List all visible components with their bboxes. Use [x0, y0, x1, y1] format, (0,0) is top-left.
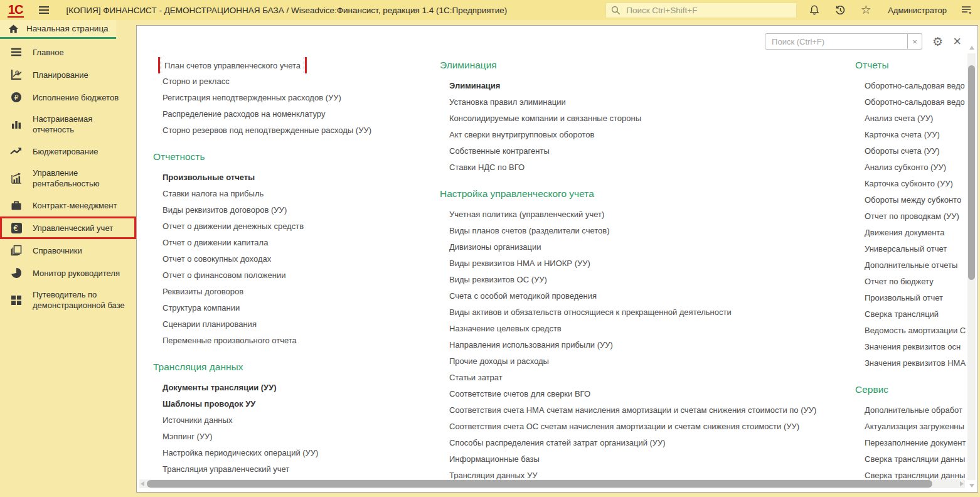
command-link[interactable]: Соответствие счетов для сверки ВГО [440, 386, 848, 402]
vertical-scroll-thumb[interactable] [968, 65, 975, 280]
current-user-label[interactable]: Администратор [888, 6, 947, 15]
command-link[interactable]: Переменные произвольного отчета [153, 333, 435, 349]
command-link[interactable]: Сторно и рекласс [153, 73, 435, 90]
command-link[interactable]: Карточка субконто (УУ) [855, 176, 969, 192]
scroll-down-arrow[interactable] [969, 484, 974, 488]
command-link[interactable]: Значения реквизитов НМА [855, 355, 969, 371]
command-link[interactable]: Акт сверки внутригрупповых оборотов [440, 127, 848, 143]
command-link[interactable]: Соответствия счета ОС счетам начисления … [440, 419, 848, 435]
command-link[interactable]: Сторно резервов под неподтвержденные рас… [153, 122, 435, 139]
command-link[interactable]: Дополнительные отчеты [855, 257, 969, 274]
sidebar-item[interactable]: Путеводитель по демонстрационной базе [0, 284, 136, 316]
command-link[interactable]: Соответствия счета НМА счетам начисления… [440, 402, 848, 419]
command-link[interactable]: Реквизиты договоров [153, 284, 435, 300]
command-link[interactable]: Мэппинг (УУ) [153, 429, 435, 445]
command-link[interactable]: Движения документа [855, 225, 969, 241]
command-link[interactable]: Анализ субконто (УУ) [855, 159, 969, 176]
command-link[interactable]: Сверка трансляции данны [855, 451, 969, 468]
sidebar-item[interactable]: Главное [0, 41, 136, 63]
command-link[interactable]: Виды активов и обязательств относящиеся … [440, 304, 848, 321]
command-link[interactable]: Виды реквизитов ОС (УУ) [440, 272, 848, 288]
command-link[interactable]: Дополнительные обработ [855, 402, 969, 419]
command-link[interactable]: Оборотно-сальдовая ведо [855, 94, 969, 110]
scroll-right-arrow[interactable] [960, 481, 964, 486]
close-icon[interactable]: × [953, 35, 961, 48]
scroll-left-arrow[interactable] [141, 481, 144, 486]
command-link[interactable]: Структура компании [153, 300, 435, 316]
sidebar-item[interactable]: ₽Исполнение бюджетов [0, 86, 136, 109]
panel-search-input[interactable] [770, 36, 902, 47]
sidebar-item[interactable]: Настраиваемая отчетность [0, 109, 136, 140]
command-link[interactable]: Шаблоны проводок УУ [153, 396, 435, 412]
tab-home-page[interactable]: Начальная страница [0, 20, 116, 39]
command-link[interactable]: Регистрация неподтвержденных расходов (У… [153, 90, 435, 106]
command-link[interactable]: Учетная политика (управленческий учет) [440, 206, 848, 223]
command-link[interactable]: Отчет о движении денежных средств [153, 218, 435, 235]
command-link[interactable]: Отчет по бюджету [855, 274, 969, 290]
search-clear-button[interactable]: × [908, 33, 922, 50]
command-link[interactable]: Установка правил элиминации [440, 94, 848, 110]
command-link[interactable]: Виды реквизитов договоров (УУ) [153, 202, 435, 218]
command-link[interactable]: Оборотно-сальдовая ведо [855, 78, 969, 94]
sidebar-item[interactable]: Монитор руководителя [0, 262, 136, 284]
command-link[interactable]: Виды реквизитов НМА и НИОКР (УУ) [440, 255, 848, 272]
command-link[interactable]: Произвольный отчет [855, 290, 969, 306]
command-link[interactable]: Актуализация загруженны [855, 419, 969, 435]
user-menu-button[interactable] [960, 4, 972, 16]
command-link[interactable]: Обороты между субконто [855, 192, 969, 208]
command-link[interactable]: Элиминация [440, 78, 848, 94]
command-link[interactable]: Отчет о финансовом положении [153, 267, 435, 284]
command-link[interactable]: Значения реквизитов осн [855, 339, 969, 355]
horizontal-scrollbar[interactable] [139, 479, 965, 488]
command-link[interactable]: Виды планов счетов (разделители счетов) [440, 223, 848, 239]
focused-command-link[interactable]: План счетов управленческого учета [161, 57, 304, 73]
command-link[interactable]: Отчет о совокупных доходах [153, 251, 435, 267]
command-link[interactable]: Сценарии планирования [153, 316, 435, 333]
command-link[interactable]: Перезаполнение документ [855, 435, 969, 451]
command-link[interactable]: Собственные контрагенты [440, 143, 848, 159]
command-link[interactable]: Сверка трансляций [855, 306, 969, 323]
global-search-input[interactable] [625, 5, 791, 16]
horizontal-scroll-thumb[interactable] [147, 480, 932, 488]
command-link[interactable]: План счетов управленческого учета [153, 57, 435, 73]
vertical-scrollbar[interactable] [967, 53, 976, 480]
command-link[interactable]: Универсальный отчет [855, 241, 969, 257]
command-link[interactable]: Трансляция управленческий учет [153, 461, 435, 478]
favorites-button[interactable]: ☆ [860, 4, 872, 16]
command-link[interactable]: Документы трансляции (УУ) [153, 380, 435, 396]
command-link[interactable]: Обороты счета (УУ) [855, 143, 969, 159]
command-link[interactable]: Способы распределения статей затрат орга… [440, 435, 848, 451]
command-link[interactable]: Назначение целевых средств [440, 321, 848, 337]
command-link[interactable]: Анализ счета (УУ) [855, 110, 969, 127]
scroll-up-arrow[interactable] [969, 46, 974, 50]
sidebar-item[interactable]: Справочники [0, 239, 136, 262]
global-search-box[interactable] [605, 3, 797, 18]
command-link[interactable]: Статьи затрат [440, 370, 848, 386]
main-menu-button[interactable] [38, 4, 50, 16]
command-link[interactable]: Источники данных [153, 412, 435, 429]
sidebar-item[interactable]: Управление рентабельностью [0, 163, 136, 194]
command-link[interactable]: Отчет о движении капитала [153, 235, 435, 251]
command-link[interactable]: Карточка счета (УУ) [855, 127, 969, 143]
gear-icon[interactable]: ⚙ [932, 35, 943, 48]
command-link[interactable]: Произвольные отчеты [153, 169, 435, 186]
command-link[interactable]: Ставки НДС по ВГО [440, 159, 848, 176]
command-link[interactable]: Направления использования прибыли (УУ) [440, 337, 848, 353]
command-link[interactable]: Информационные базы [440, 451, 848, 468]
command-link[interactable]: Ведомость амортизации С [855, 323, 969, 339]
command-link[interactable]: Распределение расходов на номенклатуру [153, 106, 435, 122]
command-link[interactable]: Настройка периодических операций (УУ) [153, 445, 435, 461]
command-link[interactable]: Ставки налога на прибыль [153, 186, 435, 202]
command-link[interactable]: Отчет по проводкам (УУ) [855, 208, 969, 225]
notifications-button[interactable] [808, 4, 821, 16]
command-link[interactable]: Дивизионы организации [440, 239, 848, 255]
history-button[interactable] [834, 4, 846, 16]
sidebar-item[interactable]: Контракт-менеджмент [0, 194, 136, 216]
sidebar-item[interactable]: ₽Планирование [0, 63, 136, 86]
command-link[interactable]: Консолидируемые компании и связанные сто… [440, 110, 848, 127]
command-link[interactable]: Прочие доходы и расходы [440, 353, 848, 370]
command-link[interactable]: Счета с особой методикой проведения [440, 288, 848, 304]
sidebar-item[interactable]: Бюджетирование [0, 140, 136, 163]
panel-search-box[interactable]: × [765, 33, 922, 50]
sidebar-item[interactable]: €Управленческий учет [0, 216, 136, 239]
